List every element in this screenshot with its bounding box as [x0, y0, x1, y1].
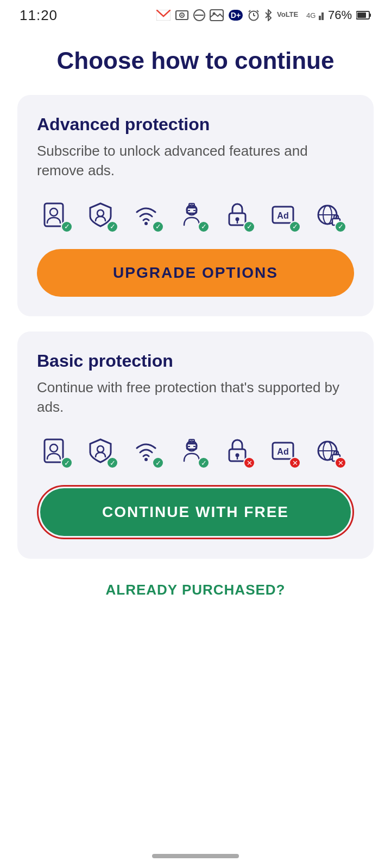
basic-card-title: Basic protection	[37, 351, 354, 371]
svg-point-32	[236, 217, 239, 221]
advanced-card-description: Subscribe to unlock advanced features an…	[37, 141, 354, 181]
advanced-card-title: Advanced protection	[37, 114, 354, 135]
adv-icon2-badge: ✓	[106, 221, 118, 233]
home-bar	[152, 854, 239, 858]
adv-icon3-badge: ✓	[152, 221, 164, 233]
continue-with-free-button[interactable]: CONTINUE WITH FREE	[40, 488, 351, 536]
basic-icon1-badge: ✓	[61, 457, 73, 469]
basic-adblock-icon: Ad ✕	[265, 433, 301, 469]
basic-icon7-badge: ✕	[335, 457, 346, 469]
svg-point-42	[97, 446, 104, 452]
adv-adblock-icon: Ad ✓	[265, 197, 301, 233]
continue-free-button-wrapper: CONTINUE WITH FREE	[37, 485, 354, 539]
svg-point-24	[97, 210, 104, 216]
basic-agent-icon: ✓	[174, 433, 210, 469]
basic-protection-card: Basic protection Continue with free prot…	[17, 331, 374, 559]
basic-id-protection-icon: ✓	[37, 433, 73, 469]
adv-id-protection-icon: ✓	[37, 197, 73, 233]
adv-icon7-badge: ✓	[335, 221, 346, 233]
svg-line-14	[257, 10, 258, 12]
svg-text:VoLTE: VoLTE	[277, 10, 299, 18]
basic-identity-icon: ✓	[83, 433, 118, 469]
adv-lock-icon: ✓	[219, 197, 255, 233]
battery-indicator: 76%	[328, 8, 352, 22]
screencapture-icon	[175, 9, 189, 21]
svg-rect-17	[319, 16, 321, 20]
svg-text:D+: D+	[231, 11, 241, 20]
adv-icon6-badge: ✓	[289, 221, 301, 233]
already-purchased-link[interactable]: ALREADY PURCHASED?	[106, 582, 286, 598]
basic-wifi-icon: ✓	[128, 433, 164, 469]
advanced-protection-card: Advanced protection Subscribe to unlock …	[17, 95, 374, 316]
svg-point-3	[181, 15, 182, 16]
svg-text:Ad: Ad	[277, 211, 288, 220]
svg-rect-18	[321, 12, 324, 20]
adv-identity-icon: ✓	[83, 197, 118, 233]
page-content: Choose how to continue Advanced protecti…	[0, 30, 391, 631]
alarm-icon	[248, 9, 260, 21]
basic-icon5-badge: ✕	[243, 457, 255, 469]
signal-icon: VoLTE	[277, 8, 302, 23]
adv-agent-icon: ✓	[174, 197, 210, 233]
svg-point-50	[236, 454, 239, 457]
adv-icon5-badge: ✓	[243, 221, 255, 233]
svg-text:4G: 4G	[306, 11, 316, 20]
network-bars-icon: 4G	[306, 9, 324, 21]
adv-icon4-badge: ✓	[198, 221, 210, 233]
status-time: 11:20	[20, 7, 58, 24]
svg-rect-21	[357, 12, 366, 18]
page-title: Choose how to continue	[52, 47, 340, 75]
basic-globe-lock-icon: ✕	[311, 433, 346, 469]
do-not-disturb-icon	[193, 9, 205, 21]
disney-icon: D+	[228, 9, 243, 21]
basic-features-icons: ✓ ✓ ✓	[37, 433, 354, 469]
svg-text:Ad: Ad	[277, 447, 288, 456]
svg-point-43	[144, 458, 148, 461]
adv-wifi-icon: ✓	[128, 197, 164, 233]
basic-icon6-badge: ✕	[289, 457, 301, 469]
svg-point-25	[144, 222, 148, 225]
status-bar: 11:20 D+ VoLTE 4G 76%	[0, 0, 391, 30]
basic-icon2-badge: ✓	[106, 457, 118, 469]
gallery-icon	[210, 9, 224, 21]
svg-point-23	[50, 208, 58, 216]
basic-icon4-badge: ✓	[198, 457, 210, 469]
basic-card-description: Continue with free protection that's sup…	[37, 378, 354, 417]
adv-icon1-badge: ✓	[61, 221, 73, 233]
battery-icon	[356, 10, 371, 20]
basic-icon3-badge: ✓	[152, 457, 164, 469]
gmail-icon	[156, 10, 171, 21]
status-icons: D+ VoLTE 4G 76%	[156, 8, 371, 23]
upgrade-options-button[interactable]: UPGRADE OPTIONS	[37, 249, 354, 297]
adv-globe-lock-icon: ✓	[311, 197, 346, 233]
svg-point-41	[50, 444, 58, 452]
svg-line-13	[249, 10, 250, 12]
bluetooth-icon	[264, 9, 273, 21]
advanced-features-icons: ✓ ✓ ✓	[37, 197, 354, 233]
svg-rect-20	[369, 14, 371, 17]
basic-lock-icon: ✕	[219, 433, 255, 469]
